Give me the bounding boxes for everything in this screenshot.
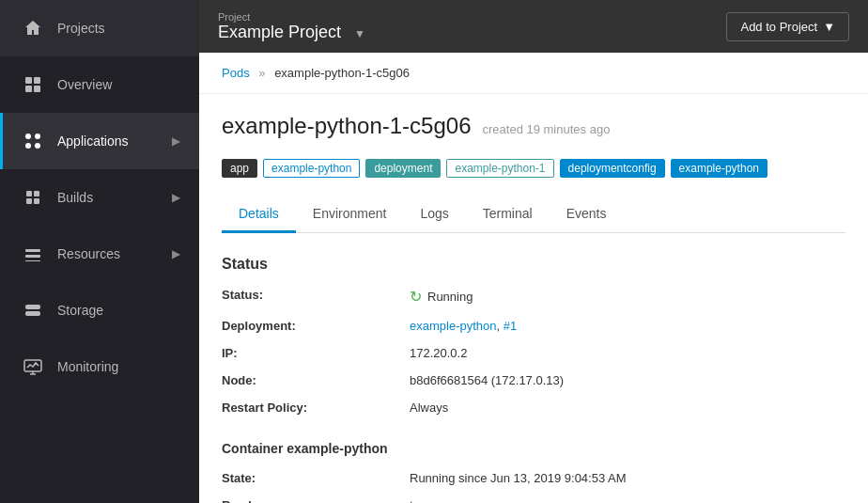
chevron-right-icon: ▶ — [172, 191, 180, 204]
topbar: Project Example Project ▼ Add to Project… — [199, 0, 868, 53]
title-row: example-python-1-c5g06 created 19 minute… — [222, 113, 845, 149]
deployment-value: example-python, #1 — [410, 319, 845, 333]
svg-rect-15 — [25, 305, 40, 309]
content-area: example-python-1-c5g06 created 19 minute… — [199, 94, 868, 503]
deployment-label: Deployment: — [222, 319, 410, 333]
svg-point-4 — [25, 134, 31, 139]
sidebar-item-applications-label: Applications — [57, 134, 129, 149]
svg-rect-8 — [26, 191, 32, 196]
page-subtitle: created 19 minutes ago — [483, 122, 611, 136]
tag-app[interactable]: app — [222, 159, 257, 178]
running-icon: ↻ — [410, 288, 422, 306]
ready-value: true — [410, 498, 845, 503]
status-section-title: Status — [222, 256, 845, 273]
tag-example-python-1[interactable]: example-python-1 — [446, 159, 553, 178]
sidebar-item-resources[interactable]: Resources ▶ — [0, 226, 199, 282]
project-label: Project — [218, 11, 365, 23]
breadcrumb-current: example-python-1-c5g06 — [274, 66, 410, 80]
sidebar: Projects Overview Applications ▶ — [0, 0, 199, 503]
restart-policy-value: Always — [410, 401, 845, 415]
deployment-link-name[interactable]: example-python — [410, 319, 497, 333]
container-details-table: State: Running since Jun 13, 2019 9:04:5… — [222, 471, 845, 503]
main-content: Project Example Project ▼ Add to Project… — [199, 0, 868, 503]
node-label: Node: — [222, 373, 410, 387]
home-icon — [22, 17, 44, 39]
status-text: Running — [427, 290, 473, 304]
tab-terminal[interactable]: Terminal — [466, 196, 550, 233]
sidebar-item-monitoring[interactable]: Monitoring — [0, 338, 199, 395]
tag-deploymentconfig[interactable]: deploymentconfig — [560, 159, 665, 178]
tab-environment[interactable]: Environment — [296, 196, 404, 233]
sidebar-item-applications[interactable]: Applications ▶ — [0, 113, 199, 169]
sidebar-item-storage-label: Storage — [57, 303, 103, 318]
breadcrumb-separator: » — [258, 66, 265, 80]
apps-icon — [22, 130, 44, 152]
sidebar-item-builds[interactable]: Builds ▶ — [0, 169, 199, 226]
svg-rect-12 — [25, 249, 40, 252]
sidebar-item-overview[interactable]: Overview — [0, 56, 199, 113]
svg-rect-13 — [25, 255, 40, 258]
add-to-project-label: Add to Project — [740, 20, 817, 34]
state-label: State: — [222, 471, 410, 485]
svg-rect-16 — [25, 311, 40, 316]
ip-value: 172.20.0.2 — [410, 346, 845, 360]
tag-example-python[interactable]: example-python — [263, 159, 360, 178]
status-label: Status: — [222, 288, 410, 306]
sidebar-item-storage[interactable]: Storage — [0, 282, 199, 338]
tag-example-python-2[interactable]: example-python — [671, 159, 767, 178]
svg-rect-14 — [25, 260, 40, 261]
sidebar-item-projects-label: Projects — [57, 21, 105, 36]
sidebar-item-monitoring-label: Monitoring — [57, 359, 118, 374]
sidebar-item-overview-label: Overview — [57, 77, 112, 92]
tab-events[interactable]: Events — [550, 196, 624, 233]
svg-rect-0 — [25, 77, 32, 84]
project-name: Example Project — [218, 23, 341, 41]
chevron-right-icon: ▶ — [172, 134, 180, 148]
resources-icon — [22, 243, 44, 265]
project-dropdown-icon[interactable]: ▼ — [354, 27, 365, 40]
breadcrumb: Pods » example-python-1-c5g06 — [199, 53, 868, 94]
deployment-link-number[interactable]: #1 — [504, 319, 517, 333]
sidebar-item-resources-label: Resources — [57, 246, 120, 261]
sidebar-item-builds-label: Builds — [57, 190, 93, 205]
overview-icon — [22, 73, 44, 96]
status-details-table: Status: ↻ Running Deployment: example-py… — [222, 288, 845, 415]
builds-icon — [22, 186, 44, 209]
svg-rect-2 — [25, 86, 32, 92]
state-value: Running since Jun 13, 2019 9:04:53 AM — [410, 471, 845, 485]
topbar-project-info: Project Example Project ▼ — [218, 11, 365, 42]
deployment-sep: , — [497, 319, 504, 333]
page-title: example-python-1-c5g06 — [222, 113, 472, 139]
sidebar-item-projects[interactable]: Projects — [0, 0, 199, 56]
svg-point-7 — [35, 143, 40, 149]
dropdown-chevron-icon: ▼ — [823, 20, 835, 34]
tab-logs[interactable]: Logs — [403, 196, 465, 233]
svg-point-6 — [25, 143, 31, 149]
status-value: ↻ Running — [410, 288, 845, 306]
topbar-actions: Add to Project ▼ — [726, 12, 849, 41]
storage-icon — [22, 299, 44, 322]
ip-label: IP: — [222, 346, 410, 360]
restart-policy-label: Restart Policy: — [222, 401, 410, 415]
svg-rect-11 — [34, 198, 39, 204]
chevron-right-icon: ▶ — [172, 247, 180, 260]
tabs-bar: Details Environment Logs Terminal Events — [222, 196, 845, 233]
breadcrumb-pods-link[interactable]: Pods — [222, 66, 250, 80]
monitoring-icon — [22, 355, 44, 378]
tags-container: app example-python deployment example-py… — [222, 159, 845, 178]
svg-rect-1 — [34, 77, 40, 84]
svg-rect-9 — [34, 191, 39, 196]
svg-point-5 — [35, 134, 40, 139]
svg-rect-10 — [26, 198, 32, 204]
node-value: b8d6f6681564 (172.17.0.13) — [410, 373, 845, 387]
container-section-title: Container example-python — [222, 441, 845, 456]
tag-deployment[interactable]: deployment — [365, 159, 441, 178]
ready-label: Ready: — [222, 498, 410, 503]
add-to-project-button[interactable]: Add to Project ▼ — [726, 12, 849, 41]
tab-details[interactable]: Details — [222, 196, 296, 233]
svg-rect-3 — [34, 86, 40, 92]
